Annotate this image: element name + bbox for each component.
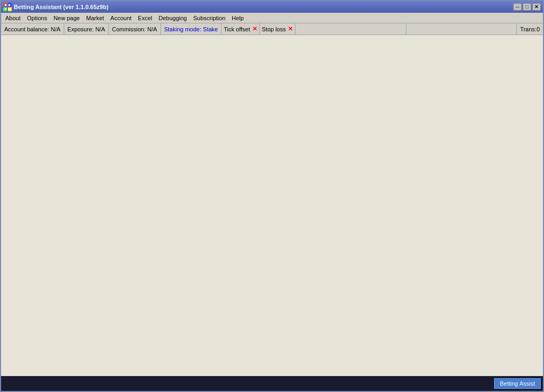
trans-count: Trans:0: [517, 23, 543, 35]
staking-mode[interactable]: Staking mode: Stake: [161, 23, 222, 35]
menu-bar: About Options New page Market Account Ex…: [1, 13, 543, 23]
status-spacer-2: [406, 23, 517, 35]
menu-options[interactable]: Options: [24, 14, 50, 22]
close-button[interactable]: ✕: [532, 3, 541, 11]
menu-market[interactable]: Market: [83, 14, 107, 22]
app-icon: [3, 3, 12, 11]
app-window: Betting Assistant (ver 1.1.0.65z9b) ─ □ …: [0, 0, 544, 392]
menu-excel[interactable]: Excel: [135, 14, 156, 22]
title-text: Betting Assistant (ver 1.1.0.65z9b): [14, 4, 108, 10]
svg-rect-6: [5, 8, 6, 10]
account-balance: Account balance: N/A: [1, 23, 64, 35]
tick-offset-close[interactable]: ✕: [252, 25, 257, 32]
bottom-bar: Betting Assist: [1, 376, 543, 391]
tick-offset-cell: Tick offset ✕: [222, 23, 260, 35]
stop-loss-close[interactable]: ✕: [288, 25, 293, 32]
svg-rect-4: [5, 4, 6, 6]
status-spacer: [295, 23, 406, 35]
menu-new-page[interactable]: New page: [50, 14, 83, 22]
svg-rect-7: [8, 8, 10, 10]
commission: Commission: N/A: [109, 23, 161, 35]
status-bar: Account balance: N/A Exposure: N/A Commi…: [1, 23, 543, 35]
menu-account[interactable]: Account: [107, 14, 135, 22]
menu-about[interactable]: About: [2, 14, 24, 22]
stop-loss-cell: Stop loss ✕: [260, 23, 295, 35]
main-content: [1, 35, 543, 376]
title-bar-left: Betting Assistant (ver 1.1.0.65z9b): [3, 3, 108, 11]
bottom-assist-button[interactable]: Betting Assist: [494, 378, 541, 389]
menu-subscription[interactable]: Subscription: [190, 14, 229, 22]
svg-rect-5: [8, 4, 10, 6]
menu-debugging[interactable]: Debugging: [156, 14, 190, 22]
minimize-button[interactable]: ─: [513, 3, 522, 11]
stop-loss-label: Stop loss: [262, 26, 286, 32]
title-bar: Betting Assistant (ver 1.1.0.65z9b) ─ □ …: [1, 1, 543, 13]
exposure: Exposure: N/A: [64, 23, 109, 35]
maximize-button[interactable]: □: [523, 3, 531, 11]
tick-offset-label: Tick offset: [224, 26, 250, 32]
menu-help[interactable]: Help: [228, 14, 247, 22]
title-bar-controls: ─ □ ✕: [513, 3, 541, 11]
